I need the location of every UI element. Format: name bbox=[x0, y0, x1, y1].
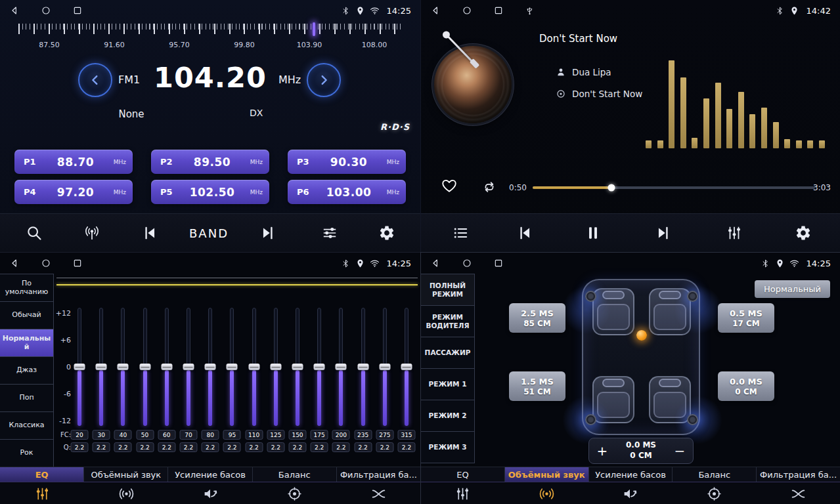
audio-tab-surround[interactable]: Объёмный звук bbox=[505, 467, 589, 482]
eq-band-slider[interactable] bbox=[223, 308, 240, 426]
slider-knob[interactable] bbox=[379, 364, 390, 370]
audio-tune-button[interactable] bbox=[321, 224, 338, 242]
audio-tab-filter[interactable]: Фильтрация ба... bbox=[757, 467, 840, 482]
audio-tab-bass[interactable]: Усиление басов bbox=[589, 467, 673, 482]
eq-band-slider[interactable] bbox=[355, 308, 372, 426]
nav-back-icon[interactable] bbox=[9, 5, 20, 16]
preset-button-p1[interactable]: P188.70MHz bbox=[14, 150, 133, 174]
broadcast-scan-button[interactable] bbox=[83, 224, 100, 242]
eq-band-slider[interactable] bbox=[267, 308, 284, 426]
delay-decrease-button[interactable]: − bbox=[667, 443, 693, 459]
audio-tab-balance[interactable]: Баланс bbox=[253, 467, 337, 482]
audio-tab-button-balance[interactable] bbox=[252, 483, 336, 504]
band-button[interactable]: BAND bbox=[189, 226, 229, 240]
nav-home-icon[interactable] bbox=[41, 5, 51, 16]
audio-tab-eq[interactable]: EQ bbox=[421, 467, 505, 482]
eq-band-slider[interactable] bbox=[158, 308, 175, 426]
nav-back-icon[interactable] bbox=[430, 5, 441, 16]
previous-station-button[interactable] bbox=[141, 224, 158, 242]
nav-back-icon[interactable] bbox=[430, 258, 441, 268]
next-track-button[interactable] bbox=[655, 224, 672, 242]
audio-tab-button-bass[interactable] bbox=[168, 483, 252, 504]
slider-knob[interactable] bbox=[227, 364, 238, 370]
nav-home-icon[interactable] bbox=[462, 5, 472, 16]
position-mode-item[interactable]: РЕЖИМ 3 bbox=[421, 432, 474, 463]
delay-rear-right[interactable]: 0.0 MS 0 CM bbox=[718, 371, 774, 401]
position-mode-item[interactable]: РЕЖИМ 1 bbox=[421, 369, 474, 400]
position-mode-item[interactable]: РЕЖИМ ВОДИТЕЛЯ bbox=[421, 306, 474, 337]
nav-recents-icon[interactable] bbox=[493, 258, 504, 268]
audio-tab-eq[interactable]: EQ bbox=[0, 467, 84, 482]
preset-button-p4[interactable]: P497.20MHz bbox=[14, 180, 133, 204]
eq-band-slider[interactable] bbox=[332, 308, 349, 426]
audio-tab-button-surround[interactable] bbox=[505, 483, 589, 504]
eq-band-slider[interactable] bbox=[398, 308, 415, 426]
seek-bar[interactable] bbox=[533, 186, 815, 189]
previous-track-button[interactable] bbox=[516, 224, 533, 242]
audio-tab-button-bass[interactable] bbox=[588, 483, 673, 504]
audio-tab-button-filter[interactable] bbox=[336, 483, 420, 504]
slider-knob[interactable] bbox=[292, 364, 303, 370]
slider-knob[interactable] bbox=[270, 364, 281, 370]
slider-knob[interactable] bbox=[314, 364, 325, 370]
audio-tab-bass[interactable]: Усиление басов bbox=[168, 467, 252, 482]
nav-recents-icon[interactable] bbox=[493, 5, 504, 16]
settings-button[interactable] bbox=[378, 224, 395, 242]
preset-button-p6[interactable]: P6103.00MHz bbox=[288, 180, 406, 204]
eq-band-slider[interactable] bbox=[202, 308, 219, 426]
tune-up-button[interactable] bbox=[307, 63, 341, 97]
slider-knob[interactable] bbox=[336, 364, 347, 370]
pause-button[interactable] bbox=[585, 224, 602, 242]
eq-band-slider[interactable] bbox=[180, 308, 197, 426]
nav-home-icon[interactable] bbox=[462, 258, 472, 268]
slider-knob[interactable] bbox=[74, 364, 85, 370]
slider-knob[interactable] bbox=[357, 364, 368, 370]
preset-button-p2[interactable]: P289.50MHz bbox=[151, 150, 269, 174]
eq-band-slider[interactable] bbox=[246, 308, 263, 426]
audio-tab-button-eq[interactable] bbox=[0, 483, 84, 504]
slider-knob[interactable] bbox=[96, 364, 107, 370]
eq-band-slider[interactable] bbox=[376, 308, 393, 426]
mixer-button[interactable] bbox=[726, 224, 743, 242]
eq-band-slider[interactable] bbox=[289, 308, 306, 426]
favorite-heart-icon[interactable] bbox=[441, 177, 458, 194]
preset-button-p5[interactable]: P5102.50MHz bbox=[151, 180, 269, 204]
slider-knob[interactable] bbox=[161, 364, 172, 370]
eq-band-slider[interactable] bbox=[71, 308, 88, 426]
nav-recents-icon[interactable] bbox=[72, 5, 83, 16]
position-mode-item[interactable]: ПОЛНЫЙ РЕЖИМ bbox=[421, 274, 474, 306]
seek-bar-knob[interactable] bbox=[608, 184, 615, 192]
slider-knob[interactable] bbox=[118, 364, 129, 370]
slider-knob[interactable] bbox=[139, 364, 150, 370]
eq-band-slider[interactable] bbox=[311, 308, 328, 426]
audio-tab-balance[interactable]: Баланс bbox=[673, 467, 757, 482]
delay-front-left[interactable]: 2.5 MS 85 CM bbox=[509, 303, 565, 333]
eq-band-slider[interactable] bbox=[137, 308, 154, 426]
audio-tab-button-surround[interactable] bbox=[84, 483, 168, 504]
preset-button-p3[interactable]: P390.30MHz bbox=[288, 150, 406, 174]
repeat-icon[interactable] bbox=[481, 179, 497, 195]
listening-position-marker[interactable] bbox=[636, 330, 647, 341]
slider-knob[interactable] bbox=[205, 364, 216, 370]
delay-front-right[interactable]: 0.5 MS 17 CM bbox=[718, 303, 774, 333]
next-station-button[interactable] bbox=[259, 224, 276, 242]
audio-tab-filter[interactable]: Фильтрация ба... bbox=[337, 467, 420, 482]
tune-down-button[interactable] bbox=[78, 63, 112, 97]
audio-tab-button-filter[interactable] bbox=[756, 483, 840, 504]
position-mode-item[interactable]: РЕЖИМ 2 bbox=[421, 400, 474, 432]
playlist-button[interactable] bbox=[452, 224, 469, 242]
settings-button[interactable] bbox=[795, 224, 812, 242]
frequency-ruler[interactable] bbox=[18, 24, 402, 37]
slider-knob[interactable] bbox=[183, 364, 194, 370]
delay-increase-button[interactable]: + bbox=[589, 443, 615, 459]
eq-band-slider[interactable] bbox=[93, 308, 110, 426]
delay-rear-left[interactable]: 1.5 MS 51 CM bbox=[509, 371, 565, 401]
position-mode-item[interactable]: ПАССАЖИР bbox=[421, 337, 474, 369]
slider-knob[interactable] bbox=[401, 364, 412, 370]
eq-band-slider[interactable] bbox=[114, 308, 131, 426]
audio-tab-surround[interactable]: Объёмный звук bbox=[84, 467, 168, 482]
slider-knob[interactable] bbox=[248, 364, 259, 370]
audio-tab-button-balance[interactable] bbox=[673, 483, 757, 504]
seek-search-button[interactable] bbox=[26, 224, 43, 242]
audio-tab-button-eq[interactable] bbox=[421, 483, 505, 504]
